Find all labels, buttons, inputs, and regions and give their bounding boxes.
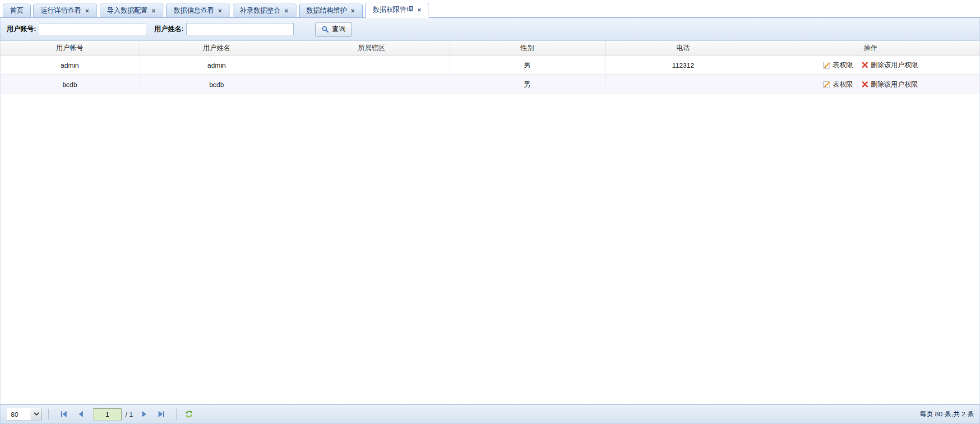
col-header-district[interactable]: 所属辖区: [294, 41, 449, 55]
prev-page-button[interactable]: [75, 409, 86, 419]
paging-toolbar: 80 / 1: [0, 404, 980, 424]
close-icon[interactable]: ×: [350, 7, 356, 14]
table-permission-label: 表权限: [833, 80, 853, 89]
cell-district: [294, 55, 449, 74]
last-page-button[interactable]: [156, 409, 167, 419]
table-permission-link[interactable]: 表权限: [823, 80, 853, 89]
table-permission-label: 表权限: [833, 61, 853, 69]
app-window: 首页 运行详情查看 × 导入数据配置 × 数据信息查看 × 补录数据整合 × 数…: [0, 0, 980, 424]
tab-supplement-data[interactable]: 补录数据整合 ×: [233, 4, 296, 17]
delete-user-permission-label: 删除该用户权限: [871, 80, 918, 89]
search-toolbar: 用户账号: 用户姓名: 查询: [0, 18, 980, 41]
tab-home[interactable]: 首页: [3, 4, 31, 17]
name-input[interactable]: [186, 23, 294, 35]
delete-user-permission-link[interactable]: 删除该用户权限: [861, 80, 918, 89]
col-header-account[interactable]: 用户帐号: [0, 41, 139, 55]
col-header-name[interactable]: 用户姓名: [139, 41, 294, 55]
first-page-button[interactable]: [58, 409, 69, 419]
tab-label: 首页: [10, 6, 23, 15]
close-icon[interactable]: ×: [416, 6, 422, 14]
cell-account: admin: [0, 55, 139, 74]
table-row[interactable]: bcdb bcdb 男 表权限: [0, 75, 980, 94]
col-header-gender[interactable]: 性别: [449, 41, 606, 55]
tab-label: 运行详情查看: [41, 6, 81, 15]
search-icon: [322, 26, 329, 33]
cell-account: bcdb: [0, 75, 139, 94]
total-pages-label: / 1: [125, 410, 133, 418]
delete-icon: [861, 81, 869, 88]
tab-label: 数据信息查看: [173, 6, 214, 15]
delete-icon: [861, 61, 869, 69]
refresh-icon[interactable]: [183, 408, 195, 420]
delete-user-permission-label: 删除该用户权限: [871, 61, 918, 69]
account-input[interactable]: [39, 23, 146, 35]
record-summary: 每页 80 条,共 2 条: [920, 410, 974, 419]
cell-gender: 男: [449, 75, 606, 94]
delete-user-permission-link[interactable]: 删除该用户权限: [861, 61, 918, 69]
tab-import-config[interactable]: 导入数据配置 ×: [100, 4, 163, 17]
tab-run-detail[interactable]: 运行详情查看 ×: [33, 4, 97, 17]
cell-actions: 表权限 删除该用户权限: [761, 55, 980, 74]
tab-label: 数据权限管理: [373, 5, 413, 14]
close-icon[interactable]: ×: [151, 7, 156, 14]
close-icon[interactable]: ×: [217, 7, 222, 14]
name-label: 用户姓名:: [154, 25, 184, 33]
tab-data-info[interactable]: 数据信息查看 ×: [166, 4, 230, 17]
cell-district: [294, 75, 449, 94]
user-permission-grid: 用户帐号 用户姓名 所属辖区 性别 电话 操作 admin admin 男 11…: [0, 41, 980, 404]
current-page-input[interactable]: [93, 408, 122, 420]
tab-label: 数据结构维护: [306, 6, 347, 15]
cell-name: bcdb: [139, 75, 294, 94]
tab-label: 导入数据配置: [107, 6, 148, 15]
cell-phone: [606, 75, 761, 94]
separator: [48, 409, 49, 419]
edit-icon: [823, 61, 831, 69]
tab-data-permission-active[interactable]: 数据权限管理 ×: [365, 3, 429, 18]
cell-actions: 表权限 删除该用户权限: [761, 75, 980, 94]
grid-empty-area: [0, 94, 980, 404]
chevron-down-icon[interactable]: [31, 408, 42, 420]
edit-icon: [823, 81, 831, 88]
col-header-phone[interactable]: 电话: [606, 41, 761, 55]
page-size-select[interactable]: 80: [7, 408, 42, 420]
tab-structure-maintain[interactable]: 数据结构维护 ×: [299, 4, 363, 17]
search-button[interactable]: 查询: [315, 22, 352, 37]
next-page-button[interactable]: [139, 409, 150, 419]
tab-label: 补录数据整合: [240, 6, 281, 15]
grid-header-row: 用户帐号 用户姓名 所属辖区 性别 电话 操作: [0, 41, 980, 55]
page-size-value: 80: [7, 408, 31, 420]
table-permission-link[interactable]: 表权限: [823, 61, 853, 69]
close-icon[interactable]: ×: [284, 7, 289, 14]
col-header-actions[interactable]: 操作: [761, 41, 980, 55]
account-label: 用户账号:: [7, 25, 36, 33]
cell-gender: 男: [449, 55, 606, 74]
table-row[interactable]: admin admin 男 112312 表权限: [0, 55, 980, 75]
cell-name: admin: [139, 55, 294, 74]
search-button-label: 查询: [332, 25, 346, 33]
tab-bar: 首页 运行详情查看 × 导入数据配置 × 数据信息查看 × 补录数据整合 × 数…: [0, 0, 980, 18]
cell-phone: 112312: [606, 55, 761, 74]
close-icon[interactable]: ×: [84, 7, 90, 14]
separator: [176, 409, 177, 419]
